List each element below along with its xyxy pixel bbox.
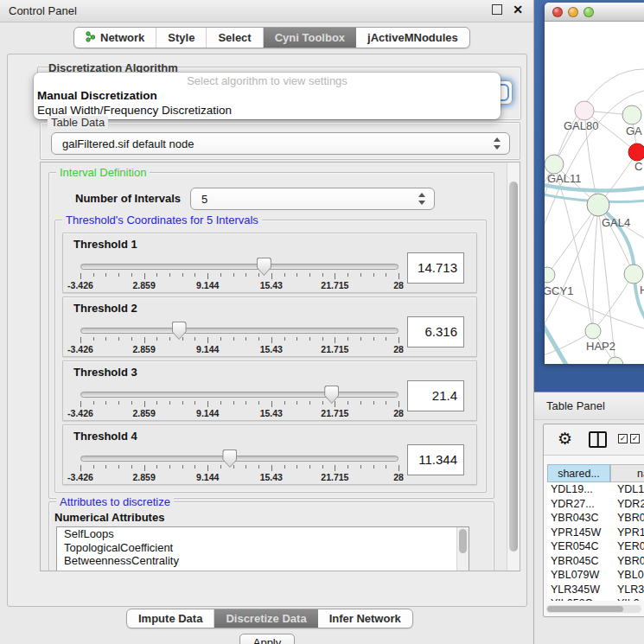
tab-style[interactable]: Style [156,28,207,48]
table-row[interactable]: YPR145WYPR1 [547,526,644,540]
slider-tick [105,337,106,341]
gear-icon[interactable]: ⚙ [558,429,572,449]
slider-track[interactable] [80,328,399,334]
tab-impute-data[interactable]: Impute Data [127,609,214,628]
column-header-shared-[interactable]: shared... [547,464,610,482]
application-window: Control Panel ✕ NetworkStyleSelectCyni T… [0,0,644,644]
combo-stepper-icon[interactable] [418,193,426,205]
checkbox-icon[interactable]: ✓ [618,434,628,443]
apply-button[interactable]: Apply [239,634,295,644]
zoom-traffic-light-icon[interactable] [583,7,594,17]
tab-jactivemnodules[interactable]: jActiveMNodules [356,28,469,48]
threshold-slider[interactable]: -3.4262.8599.14415.4321.71528 [80,258,399,290]
checkbox-icon[interactable]: ✓ [630,434,640,443]
table-cell[interactable]: YBR0 [610,511,644,526]
table-cell[interactable]: YBL0 [610,568,644,583]
threshold-value-field[interactable]: 6.316 [407,316,464,348]
table-cell[interactable]: YDR2 [610,497,644,512]
network-node-gal11[interactable] [545,155,564,174]
slider-track[interactable] [80,456,399,462]
network-node-c-red[interactable] [628,143,644,161]
close-traffic-light-icon[interactable] [552,7,563,17]
table-cell[interactable]: YBL079W [547,568,610,583]
tab-cyni-toolbox[interactable]: Cyni Toolbox [264,28,356,48]
network-canvas[interactable]: GAL80GACGAL11GAL4GCY1HHAP2 [545,22,644,364]
network-node-ga[interactable] [622,105,641,124]
table-cell[interactable]: YPR1 [610,526,644,540]
network-node-h[interactable] [624,265,643,284]
slider-thumb[interactable] [324,386,339,404]
table-cell[interactable]: YER0 [610,539,644,554]
table-cell[interactable]: YDL1 [610,482,644,497]
threshold-value-field[interactable]: 14.713 [407,252,464,284]
slider-tick [386,337,386,341]
table-cell[interactable]: YIL052C [547,596,610,601]
table-cell[interactable]: YLR345W [547,583,610,597]
close-icon[interactable]: ✕ [513,3,523,16]
network-node-hap2[interactable] [585,323,601,339]
network-view-window[interactable]: GAL80GACGAL11GAL4GCY1HHAP2 [545,3,644,364]
tab-network[interactable]: Network [74,28,156,48]
tab-infer-network[interactable]: Infer Network [318,609,412,628]
scrollbar-thumb[interactable] [547,606,623,612]
slider-tick [271,337,272,343]
float-window-icon[interactable] [492,4,502,15]
table-cell[interactable]: YLR3 [610,583,644,597]
column-header-na[interactable]: na [610,464,644,482]
table-row[interactable]: YBR043CYBR0 [547,511,644,526]
slider-tick [309,273,310,277]
slider-tick [258,337,259,341]
table-h-scrollbar[interactable] [546,605,641,613]
table-row[interactable]: YLR345WYLR3 [547,583,644,597]
scrollbar-thumb[interactable] [509,182,518,552]
table-cell[interactable]: YBR0 [610,554,644,569]
table-cell[interactable]: YBR045C [547,554,610,569]
tab-label: Network [100,31,144,44]
table-row[interactable]: YIL052CYIL0 [547,596,644,601]
table-row[interactable]: YDR27...YDR2 [547,497,644,512]
network-node-gal4[interactable] [587,194,609,216]
network-node-gal80[interactable] [575,101,594,120]
table-cell[interactable]: YER054C [547,539,610,554]
threshold-value-field[interactable]: 21.4 [407,380,464,411]
attribute-list-item[interactable]: BetweennessCentrality [57,554,469,568]
table-data-combobox[interactable]: galFiltered.sif default node [51,132,510,155]
number-of-intervals-combobox[interactable]: 5 [190,188,435,210]
slider-tick [93,465,94,469]
table-row[interactable]: YBR045CYBR0 [547,554,644,569]
minimize-traffic-light-icon[interactable] [568,7,578,17]
tab-select[interactable]: Select [207,28,263,48]
table-cell[interactable]: YBR043C [547,511,610,526]
threshold-slider[interactable]: -3.4262.8599.14415.4321.71528 [80,386,399,418]
dropdown-item-manual-discretization[interactable]: Manual Discretization [34,88,501,103]
table-cell[interactable]: YPR145W [547,526,610,540]
threshold-value-field[interactable]: 11.344 [407,444,464,475]
table-row[interactable]: YER054CYER0 [547,539,644,554]
slider-tick [373,273,374,277]
slider-tick [360,401,361,405]
attribute-list-item[interactable]: SelfLoops [57,527,469,541]
network-window-titlebar[interactable] [545,3,644,22]
table-row[interactable]: YDL19...YDL1 [547,482,644,497]
table-cell[interactable]: YDL19... [547,482,610,497]
attribute-list-item[interactable]: TopologicalCoefficient [57,541,469,555]
table-cell[interactable]: YIL0 [610,596,644,601]
settings-scrollbar[interactable] [507,163,520,571]
threshold-slider[interactable]: -3.4262.8599.14415.4321.71528 [80,450,399,482]
tab-discretize-data[interactable]: Discretize Data [214,609,317,628]
slider-track[interactable] [80,392,399,398]
slider-track[interactable] [80,264,399,270]
combo-stepper-icon[interactable] [494,137,501,150]
network-node-gcy1[interactable] [545,267,555,283]
table-cell[interactable]: YDR27... [547,497,610,512]
network-node-bottom[interactable] [608,357,623,364]
table-row[interactable]: YBL079WYBL0 [547,568,644,583]
threshold-slider[interactable]: -3.4262.8599.14415.4321.71528 [80,322,399,354]
slider-tick [284,401,285,405]
slider-thumb[interactable] [172,322,187,340]
columns-icon[interactable] [589,431,607,448]
slider-thumb[interactable] [222,450,237,468]
list-scrollbar[interactable] [456,527,469,571]
slider-tick [322,337,323,341]
scrollbar-thumb[interactable] [459,529,467,553]
